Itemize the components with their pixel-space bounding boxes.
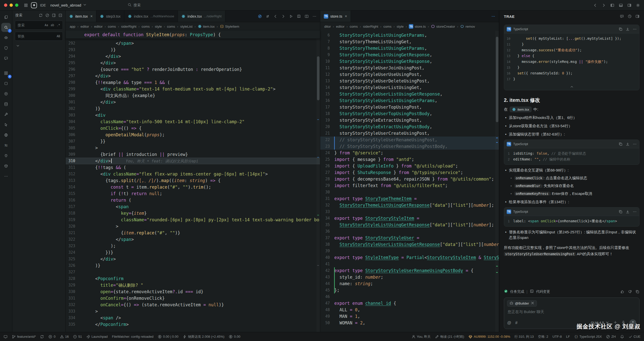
scrollbar[interactable]: [495, 31, 499, 332]
code-line[interactable]: 47export enum channel_id {: [320, 300, 499, 307]
status-sync[interactable]: [40, 335, 44, 339]
code-line[interactable]: 50 WOMAN = 2,: [320, 320, 499, 326]
panel-right-button[interactable]: [635, 14, 639, 18]
more-button[interactable]: [491, 14, 495, 18]
crumb-storeCreator[interactable]: storeCreator: [431, 24, 455, 28]
status-commit[interactable]: 饱读 (21 小时前): [435, 334, 464, 339]
code-line[interactable]: 322 </span>: [66, 236, 320, 243]
code-line[interactable]: 28import { decompressBase64, repairJSON …: [320, 176, 499, 182]
split-button[interactable]: [305, 14, 309, 18]
code-line[interactable]: 293 )}: [66, 47, 320, 53]
code-line[interactable]: 331 onConfirm={onRemoveClick}: [66, 295, 320, 302]
code-line[interactable]: 332 onCancel={() => (state.removeActiveI…: [66, 302, 320, 308]
code-line[interactable]: 27import { ShutuResponse } from "@/typin…: [320, 169, 499, 176]
activity-more[interactable]: [1, 172, 11, 181]
collapse-button[interactable]: [504, 84, 639, 90]
more-button[interactable]: [312, 14, 316, 18]
code-line[interactable]: 13 storyStoryStyleUserDeleteUsingPost,: [320, 78, 499, 84]
copy-button[interactable]: [619, 142, 623, 146]
code-line[interactable]: 301 </div>: [66, 99, 320, 105]
insert-button[interactable]: [626, 142, 630, 146]
code-line[interactable]: 23 // StoryStoryStyleUserRenameUsingPost…: [320, 143, 499, 150]
search-option-2[interactable]: .*: [56, 23, 61, 27]
activity-files[interactable]: [1, 13, 11, 22]
copy-button[interactable]: [619, 210, 623, 214]
status-blame[interactable]: You, 昨天: [412, 334, 431, 339]
code-line[interactable]: 313 {tags.split(/[,、/]/).map((item: stri…: [66, 177, 320, 184]
status-notifications[interactable]: [620, 335, 624, 339]
project-switcher[interactable]: novel_web_abroad: [50, 3, 87, 8]
newchat-button[interactable]: [620, 14, 624, 18]
code-line[interactable]: 48 ALL = 0,: [320, 307, 499, 313]
crumb-remov[interactable]: remov: [460, 24, 475, 28]
code-line[interactable]: 302 )}: [66, 105, 320, 112]
arrow-left-button[interactable]: [593, 3, 597, 7]
crumb-coms[interactable]: coms: [383, 25, 391, 28]
activity-run[interactable]: [1, 89, 11, 98]
gear-button[interactable]: [636, 3, 640, 7]
panel-left-button[interactable]: [610, 3, 614, 7]
chat-input[interactable]: 您正在与 Builder 聊天: [508, 310, 636, 314]
status-info[interactable]: 51: [73, 335, 82, 339]
arrow-right-button[interactable]: [602, 3, 606, 7]
search-input[interactable]: [18, 23, 43, 27]
code-line[interactable]: 307 }}: [66, 138, 320, 145]
code-line[interactable]: 38 StoryStoryStyleUserListUsingGetRespon…: [320, 241, 499, 248]
code-line[interactable]: 19 storyStoryStyleExtractUsingPost,: [320, 117, 499, 123]
code-line[interactable]: 329 title="确认删除? ": [66, 282, 320, 288]
code-line[interactable]: 32 StoryStoryThemeListUsingGetResponse["…: [320, 202, 499, 208]
code-line[interactable]: 22 // storyStoryStyleUserRenameUsingPost…: [320, 137, 499, 143]
tab-index.tsx[interactable]: index.tsx.../siderRight: [178, 11, 225, 22]
code-line[interactable]: 36: [320, 228, 499, 235]
activity-plug[interactable]: [1, 151, 11, 160]
insert-button[interactable]: [626, 210, 630, 214]
code-line[interactable]: 295 </div>: [66, 60, 320, 66]
arrow-right-button[interactable]: [281, 14, 285, 18]
insert-button[interactable]: [626, 27, 630, 31]
crumb-style[interactable]: style: [155, 25, 162, 28]
crumb-coms[interactable]: coms: [167, 25, 175, 28]
code-line[interactable]: 6 StoryStoryStyleListUsingGetParams,: [320, 32, 499, 38]
status-launchpad[interactable]: Launchpad: [86, 335, 108, 339]
crumb-item.tsx[interactable]: item.tsx: [198, 24, 215, 28]
status-eol[interactable]: LF: [566, 335, 570, 338]
tab-item.tsx[interactable]: item.tsx×: [66, 11, 96, 22]
target-button[interactable]: [258, 14, 262, 18]
code-line[interactable]: 303 <div: [66, 112, 320, 118]
code-line[interactable]: 319 className="rounded-[6px] px-[8px] py…: [66, 217, 320, 223]
crumb-app[interactable]: app: [70, 25, 75, 28]
more-button[interactable]: [633, 210, 637, 214]
activity-eye[interactable]: [1, 33, 11, 42]
crumb-coms[interactable]: coms: [108, 25, 116, 28]
tab-store.ts[interactable]: TSstore.ts×: [320, 11, 351, 22]
activity-shield[interactable]: [1, 44, 11, 53]
code-line[interactable]: 15 StoryStoryStyleUserListUsingGetRespon…: [320, 91, 499, 97]
code-line[interactable]: 37export type StoryStoryStyleUser =: [320, 235, 499, 241]
activity-package[interactable]: [1, 161, 11, 170]
code-line[interactable]: 7 storyStoryThemeListUsingGet,: [320, 38, 499, 45]
code-line[interactable]: 44 name: string;: [320, 280, 499, 287]
status-language[interactable]: {}TypeScript JSX: [574, 335, 602, 339]
more-button[interactable]: [633, 27, 637, 31]
code-line[interactable]: 316 return (: [66, 197, 320, 203]
code-line[interactable]: 320 >: [66, 223, 320, 230]
code-line[interactable]: 294 </div>: [66, 53, 320, 60]
code-line[interactable]: 318 key={item}: [66, 210, 320, 217]
more-button[interactable]: [633, 142, 637, 146]
crumb-editor[interactable]: editor: [80, 25, 89, 28]
arrow-left-button[interactable]: [273, 14, 277, 18]
code-line[interactable]: 309 {brief || introduction || preview}: [66, 151, 320, 158]
toggle-search-details[interactable]: [16, 44, 20, 48]
code-line[interactable]: 25import { message } from "antd";: [320, 156, 499, 163]
code-line[interactable]: 30: [320, 189, 499, 195]
status-cursor-position[interactable]: 行 310, 列 13: [514, 334, 534, 339]
code-line[interactable]: 327: [66, 269, 320, 275]
code-line[interactable]: 33: [320, 208, 499, 215]
code-line[interactable]: 328 <Popconfirm: [66, 275, 320, 282]
breadcrumb[interactable]: ditor›editor›coms›siderRight›coms›style›…: [320, 22, 499, 31]
collapse-button[interactable]: [58, 13, 62, 17]
status-errors[interactable]: 0: [48, 335, 55, 339]
history-button[interactable]: [628, 14, 632, 18]
code-line[interactable]: 12 storyStoryStyleUserUseUsingPost,: [320, 71, 499, 78]
tab-step3.tsx[interactable]: step3.tsx: [96, 11, 124, 22]
